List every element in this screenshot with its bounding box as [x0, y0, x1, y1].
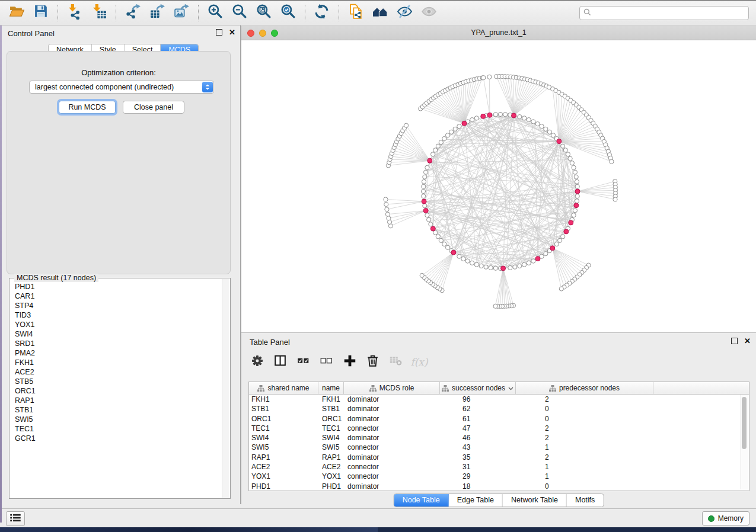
table-row[interactable]: ACE2ACE2connector311 [249, 462, 749, 472]
cell-mcds_role[interactable]: dominator [344, 404, 440, 414]
column-header-mcds-role[interactable]: MCDS role [344, 382, 440, 394]
cell-shared_name[interactable]: SWI5 [249, 443, 318, 452]
cell-mcds_role[interactable]: dominator [344, 414, 440, 424]
hide-selected-button[interactable] [393, 3, 417, 23]
mcds-result-item[interactable]: PMA2 [10, 348, 222, 358]
cell-predecessor_nodes[interactable]: 2 [516, 453, 653, 462]
table-row[interactable]: TEC1TEC1connector472 [249, 424, 749, 433]
memory-button[interactable]: Memory [702, 511, 749, 525]
search-box[interactable] [579, 6, 749, 20]
cell-successor_nodes[interactable]: 96 [440, 395, 516, 404]
select-all-rows-button[interactable] [295, 353, 312, 371]
export-image-button[interactable] [170, 3, 194, 23]
cell-predecessor_nodes[interactable]: 1 [516, 462, 653, 472]
mcds-result-item[interactable]: SRD1 [10, 339, 222, 348]
table-scrollbar-thumb[interactable] [742, 397, 747, 449]
mcds-result-item[interactable]: TID3 [10, 310, 222, 320]
mcds-result-item[interactable]: SWI4 [10, 329, 222, 339]
mcds-result-item[interactable]: YOX1 [10, 320, 222, 329]
network-window-titlebar[interactable]: YPA_prune.txt_1 [241, 26, 756, 40]
mcds-result-item[interactable]: PHD1 [10, 282, 222, 291]
cell-shared_name[interactable]: TEC1 [249, 424, 318, 433]
cell-name[interactable]: TEC1 [318, 424, 344, 433]
column-header-name[interactable]: name [318, 382, 344, 394]
mcds-result-item[interactable]: STB1 [10, 405, 222, 415]
cell-mcds_role[interactable]: connector [344, 472, 440, 481]
refresh-layout-button[interactable] [310, 3, 334, 23]
mcds-result-item[interactable]: RAP1 [10, 396, 222, 405]
table-row[interactable]: PHD1PHD1dominator180 [249, 482, 749, 491]
table-row[interactable]: RAP1RAP1dominator352 [249, 453, 749, 462]
optimization-criterion-dropdown[interactable]: largest connected component (undirected) [29, 81, 214, 94]
tab-network-table[interactable]: Network Table [503, 494, 567, 507]
network-canvas[interactable] [241, 40, 756, 332]
cell-predecessor_nodes[interactable]: 0 [516, 482, 653, 491]
first-neighbors-button[interactable] [368, 3, 393, 23]
save-session-button[interactable] [29, 3, 53, 23]
mcds-result-item[interactable]: FKH1 [10, 358, 222, 367]
mcds-result-item[interactable]: TEC1 [10, 424, 222, 434]
cell-shared_name[interactable]: RAP1 [249, 453, 318, 462]
cell-shared_name[interactable]: YOX1 [249, 472, 318, 481]
mcds-list-scrollbar[interactable] [222, 279, 229, 498]
close-panel-icon[interactable]: ✕ [229, 29, 235, 36]
cell-predecessor_nodes[interactable]: 1 [516, 443, 653, 452]
cell-mcds_role[interactable]: dominator [344, 433, 440, 443]
cell-successor_nodes[interactable]: 47 [440, 424, 516, 433]
mcds-result-item[interactable]: CAR1 [10, 291, 222, 301]
mcds-result-item[interactable]: ACE2 [10, 367, 222, 377]
clone-network-button[interactable] [344, 3, 368, 23]
mcds-result-item[interactable]: STP4 [10, 301, 222, 310]
cell-mcds_role[interactable]: dominator [344, 395, 440, 404]
cell-mcds_role[interactable]: dominator [344, 453, 440, 462]
column-header-successor-nodes[interactable]: successor nodes [440, 382, 516, 394]
cell-name[interactable]: ORC1 [318, 414, 344, 424]
cell-predecessor_nodes[interactable]: 1 [516, 472, 653, 481]
cell-successor_nodes[interactable]: 43 [440, 443, 516, 452]
tab-edge-table[interactable]: Edge Table [449, 494, 503, 507]
cell-predecessor_nodes[interactable]: 2 [516, 424, 653, 433]
cell-predecessor_nodes[interactable]: 2 [516, 433, 653, 443]
cell-predecessor_nodes[interactable]: 0 [516, 414, 653, 424]
cell-successor_nodes[interactable]: 61 [440, 414, 516, 424]
cell-predecessor_nodes[interactable]: 2 [516, 395, 653, 404]
cell-name[interactable]: ACE2 [318, 462, 344, 472]
export-network-button[interactable] [121, 3, 145, 23]
deselect-all-rows-button[interactable] [318, 353, 336, 371]
search-input[interactable] [594, 8, 745, 18]
float-panel-icon[interactable] [216, 29, 222, 36]
table-row[interactable]: SWI4SWI4dominator462 [249, 433, 749, 443]
cell-name[interactable]: SWI5 [318, 443, 344, 452]
cell-shared_name[interactable]: PHD1 [249, 482, 318, 491]
cell-successor_nodes[interactable]: 62 [440, 404, 516, 414]
table-row[interactable]: ORC1ORC1dominator610 [249, 414, 749, 424]
mcds-result-item[interactable]: ORC1 [10, 386, 222, 396]
format-columns-button[interactable] [272, 353, 289, 371]
tab-motifs[interactable]: Motifs [567, 494, 603, 507]
cell-successor_nodes[interactable]: 18 [440, 482, 516, 491]
cell-name[interactable]: STB1 [318, 404, 344, 414]
table-mode-gear-button[interactable] [248, 353, 266, 371]
task-history-button[interactable] [6, 511, 25, 526]
float-table-panel-icon[interactable] [731, 338, 738, 344]
cell-name[interactable]: YOX1 [318, 472, 344, 481]
column-header-shared-name[interactable]: shared name [249, 382, 318, 394]
cell-successor_nodes[interactable]: 46 [440, 433, 516, 443]
cell-successor_nodes[interactable]: 31 [440, 462, 516, 472]
create-column-button[interactable] [341, 353, 359, 371]
zoom-out-button[interactable] [228, 3, 252, 23]
cell-predecessor_nodes[interactable]: 0 [516, 404, 653, 414]
zoom-fit-button[interactable] [252, 3, 276, 23]
table-row[interactable]: YOX1YOX1connector291 [249, 472, 749, 481]
cell-shared_name[interactable]: STB1 [249, 404, 318, 414]
cell-name[interactable]: RAP1 [318, 453, 344, 462]
close-panel-button[interactable]: Close panel [123, 101, 184, 114]
cell-name[interactable]: SWI4 [318, 433, 344, 443]
cell-name[interactable]: FKH1 [318, 395, 344, 404]
cell-mcds_role[interactable]: connector [344, 462, 440, 472]
zoom-selected-button[interactable] [276, 3, 301, 23]
column-header-predecessor-nodes[interactable]: predecessor nodes [516, 382, 653, 394]
mcds-result-item[interactable]: STB5 [10, 377, 222, 386]
cell-shared_name[interactable]: ORC1 [249, 414, 318, 424]
table-row[interactable]: SWI5SWI5connector431 [249, 443, 749, 452]
